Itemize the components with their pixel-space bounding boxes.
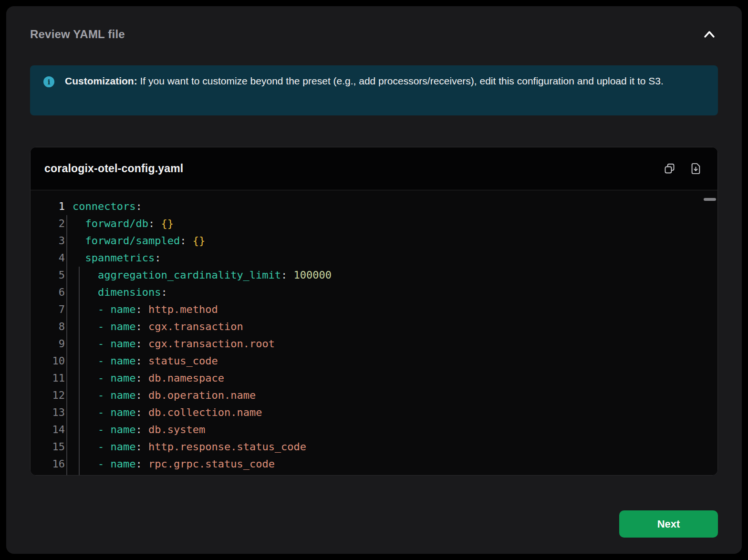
banner-text: Customization: If you want to customize … (65, 72, 664, 91)
line-code: spanmetrics: (73, 249, 161, 267)
copy-icon (663, 162, 676, 175)
line-code: - name: rpc.grpc.status_code (73, 456, 275, 473)
code-panel: coralogix-otel-config.yaml (30, 147, 718, 476)
line-number: 1 (31, 198, 73, 215)
download-icon (689, 162, 702, 175)
line-code: - name: cgx.transaction.root (73, 335, 275, 353)
line-code: - name: (73, 473, 142, 475)
next-button[interactable]: Next (619, 510, 718, 538)
code-line: 3 forward/sampled: {} (31, 232, 717, 249)
code-line: 4 spanmetrics: (31, 249, 717, 267)
review-yaml-card: Review YAML file i Customization: If you… (6, 6, 742, 554)
code-line: 6 dimensions: (31, 284, 717, 301)
scrollbar-thumb[interactable] (704, 198, 716, 201)
code-line: 2 forward/db: {} (31, 215, 717, 232)
line-code: - name: db.system (73, 421, 205, 438)
copy-button[interactable] (662, 161, 677, 176)
collapse-button[interactable] (701, 27, 718, 41)
indent-guide (66, 215, 67, 475)
line-code: - name: http.response.status_code (73, 438, 306, 456)
code-filename: coralogix-otel-config.yaml (44, 162, 183, 175)
line-code: - name: db.operation.name (73, 387, 256, 404)
code-line: 7 - name: http.method (31, 301, 717, 318)
download-button[interactable] (688, 161, 703, 176)
chevron-up-icon (703, 29, 716, 40)
code-line: 10 - name: status_code (31, 353, 717, 370)
code-line: 14 - name: db.system (31, 421, 717, 438)
code-line: 9 - name: cgx.transaction.root (31, 335, 717, 353)
code-line: 16 - name: rpc.grpc.status_code (31, 456, 717, 473)
code-line: 8 - name: cgx.transaction (31, 318, 717, 335)
line-code: forward/sampled: {} (73, 232, 205, 249)
line-code: - name: cgx.transaction (73, 318, 243, 335)
indent-guide (79, 267, 80, 475)
line-code: connectors: (73, 198, 142, 215)
footer: Next (30, 510, 718, 538)
line-code: - name: db.namespace (73, 370, 224, 387)
info-icon: i (43, 76, 54, 87)
line-code: - name: db.collection.name (73, 404, 262, 421)
banner-label: Customization: (65, 75, 137, 86)
code-actions (662, 161, 703, 176)
page-title: Review YAML file (30, 28, 125, 41)
code-lines: 1connectors:2 forward/db: {}3 forward/sa… (31, 198, 717, 475)
line-code: aggregation_cardinality_limit: 100000 (73, 267, 332, 284)
code-header: coralogix-otel-config.yaml (31, 147, 717, 190)
line-code: - name: http.method (73, 301, 218, 318)
code-line: 12 - name: db.operation.name (31, 387, 717, 404)
code-line: 5 aggregation_cardinality_limit: 100000 (31, 267, 717, 284)
code-editor[interactable]: 1connectors:2 forward/db: {}3 forward/sa… (31, 190, 717, 475)
screen: Review YAML file i Customization: If you… (0, 0, 748, 560)
line-code: dimensions: (73, 284, 167, 301)
code-line: 15 - name: http.response.status_code (31, 438, 717, 456)
code-line: 13 - name: db.collection.name (31, 404, 717, 421)
code-line: - name: (31, 473, 717, 475)
line-code: forward/db: {} (73, 215, 174, 232)
card-header: Review YAML file (30, 27, 718, 41)
code-line: 1connectors: (31, 198, 717, 215)
code-line: 11 - name: db.namespace (31, 370, 717, 387)
line-code: - name: status_code (73, 353, 218, 370)
info-banner: i Customization: If you want to customiz… (30, 65, 718, 115)
